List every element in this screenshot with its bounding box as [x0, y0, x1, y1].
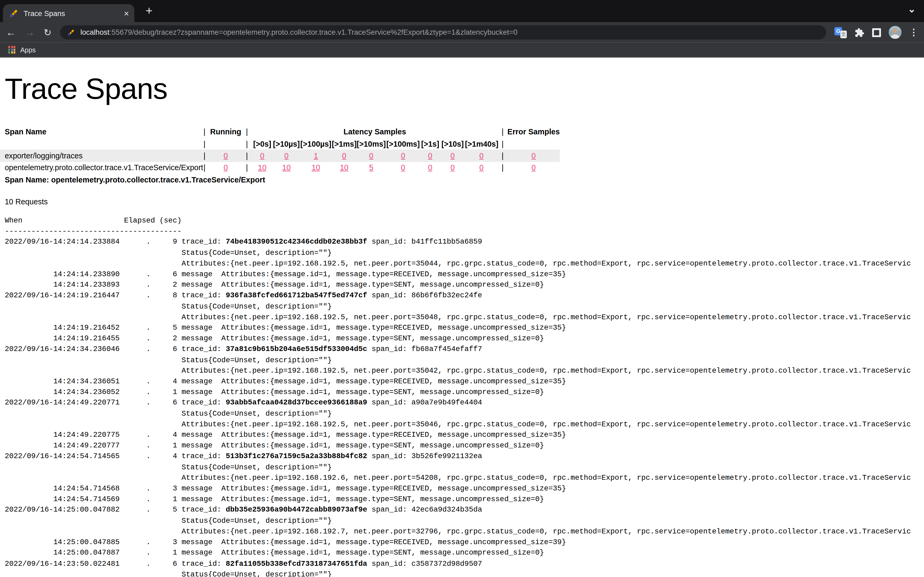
- tab-search-chevron-icon[interactable]: ⌄: [908, 3, 916, 15]
- bookmark-apps[interactable]: Apps: [20, 46, 36, 53]
- sidebar-square-icon[interactable]: [872, 28, 881, 37]
- table-row: opentelemetry.proto.collector.trace.v1.T…: [0, 162, 560, 174]
- forward-icon[interactable]: →: [25, 27, 35, 37]
- apps-grid-icon: [8, 46, 16, 53]
- kebab-menu-icon[interactable]: ⋮: [909, 27, 918, 38]
- latency-sample-link[interactable]: 0: [356, 151, 386, 160]
- span-name-cell: exporter/logging/traces: [0, 151, 200, 160]
- column-separator: |: [200, 151, 209, 160]
- column-separator: |: [242, 163, 252, 172]
- latency-bucket-header-row: | | [>0s] [>10µs] [>100µs] [>1ms] [>10ms…: [0, 138, 560, 150]
- tab-title: Trace Spans: [24, 9, 124, 18]
- column-separator: |: [498, 127, 507, 136]
- bucket-label: [>0s]: [252, 139, 273, 148]
- column-separator: |: [242, 127, 252, 136]
- latency-sample-link[interactable]: 0: [273, 151, 300, 160]
- col-header-span-name: Span Name: [0, 127, 200, 136]
- running-count-link[interactable]: 0: [209, 151, 242, 160]
- column-separator: |: [498, 151, 507, 160]
- column-separator: |: [242, 151, 252, 160]
- column-separator: |: [200, 139, 209, 148]
- running-count-link[interactable]: 0: [209, 163, 242, 172]
- new-tab-icon[interactable]: +: [141, 2, 158, 19]
- error-sample-link[interactable]: 0: [507, 163, 560, 172]
- summary-header-row: Span Name | Running | Latency Samples | …: [0, 125, 560, 137]
- error-sample-link[interactable]: 0: [507, 151, 560, 160]
- latency-sample-link[interactable]: 10: [332, 163, 357, 172]
- back-icon[interactable]: ←: [6, 27, 16, 37]
- tracez-page: Trace Spans Span Name | Running | Latenc…: [0, 58, 924, 577]
- request-listing: When Elapsed (sec) ---------------------…: [5, 216, 911, 577]
- column-separator: |: [242, 139, 252, 148]
- url-bar[interactable]: localhost:55679/debug/tracez?zspanname=o…: [60, 25, 826, 40]
- latency-sample-link[interactable]: 10: [273, 163, 300, 172]
- opentelemetry-favicon-icon: [67, 29, 75, 36]
- col-header-latency-samples: Latency Samples: [252, 127, 498, 136]
- table-row: exporter/logging/traces | 0 | 0 0 1 0 0 …: [0, 150, 560, 162]
- span-name-cell: opentelemetry.proto.collector.trace.v1.T…: [0, 163, 200, 172]
- browser-window: Trace Spans × + ⌄ ← → ↻ localhost:55679/…: [0, 0, 924, 577]
- bucket-label: [>10s]: [440, 139, 465, 148]
- latency-sample-link[interactable]: 0: [440, 151, 465, 160]
- bucket-label: [>1m40s]: [465, 139, 498, 148]
- translate-zh-glyph: 文: [840, 31, 847, 38]
- col-header-running: Running: [209, 127, 242, 136]
- translate-icon[interactable]: G 文: [834, 27, 847, 38]
- extensions-puzzle-icon[interactable]: [855, 27, 864, 37]
- tab-strip: Trace Spans × + ⌄: [0, 0, 924, 23]
- url-path: :55679/debug/tracez?zspanname=openteleme…: [109, 28, 517, 37]
- span-summary-table: Span Name | Running | Latency Samples | …: [0, 125, 560, 174]
- latency-sample-link[interactable]: 0: [386, 151, 420, 160]
- latency-sample-link[interactable]: 0: [252, 151, 273, 160]
- column-separator: |: [498, 139, 507, 148]
- latency-sample-link[interactable]: 10: [252, 163, 273, 172]
- latency-sample-link[interactable]: 0: [465, 163, 498, 172]
- bucket-label: [>1ms]: [332, 139, 357, 148]
- column-separator: |: [498, 163, 507, 172]
- browser-toolbar: ← → ↻ localhost:55679/debug/tracez?zspan…: [0, 23, 924, 42]
- close-icon[interactable]: ×: [124, 9, 129, 18]
- column-separator: |: [200, 127, 209, 136]
- opentelemetry-logo-icon: [9, 8, 18, 18]
- latency-sample-link[interactable]: 1: [300, 151, 332, 160]
- latency-sample-link[interactable]: 5: [356, 163, 386, 172]
- page-title: Trace Spans: [5, 74, 168, 105]
- bucket-label: [>100ms]: [386, 139, 420, 148]
- latency-sample-link[interactable]: 0: [465, 151, 498, 160]
- url-text: localhost:55679/debug/tracez?zspanname=o…: [81, 28, 518, 37]
- reload-icon[interactable]: ↻: [44, 27, 52, 37]
- request-count: 10 Requests: [5, 197, 48, 206]
- latency-sample-link[interactable]: 10: [300, 163, 332, 172]
- selected-span-heading: Span Name: opentelemetry.proto.collector…: [5, 176, 265, 184]
- latency-sample-link[interactable]: 0: [420, 151, 440, 160]
- bucket-label: [>100µs]: [300, 139, 332, 148]
- bucket-label: [>10µs]: [273, 139, 300, 148]
- bucket-label: [>1s]: [420, 139, 440, 148]
- url-host: localhost: [81, 28, 110, 37]
- bookmarks-bar: Apps: [0, 42, 924, 58]
- latency-sample-link[interactable]: 0: [440, 163, 465, 172]
- col-header-error-samples: Error Samples: [507, 127, 560, 136]
- latency-sample-link[interactable]: 0: [386, 163, 420, 172]
- latency-sample-link[interactable]: 0: [332, 151, 357, 160]
- latency-sample-link[interactable]: 0: [420, 163, 440, 172]
- avatar[interactable]: [889, 26, 901, 39]
- tab-trace-spans[interactable]: Trace Spans ×: [3, 4, 134, 22]
- bucket-label: [>10ms]: [356, 139, 386, 148]
- column-separator: |: [200, 163, 209, 172]
